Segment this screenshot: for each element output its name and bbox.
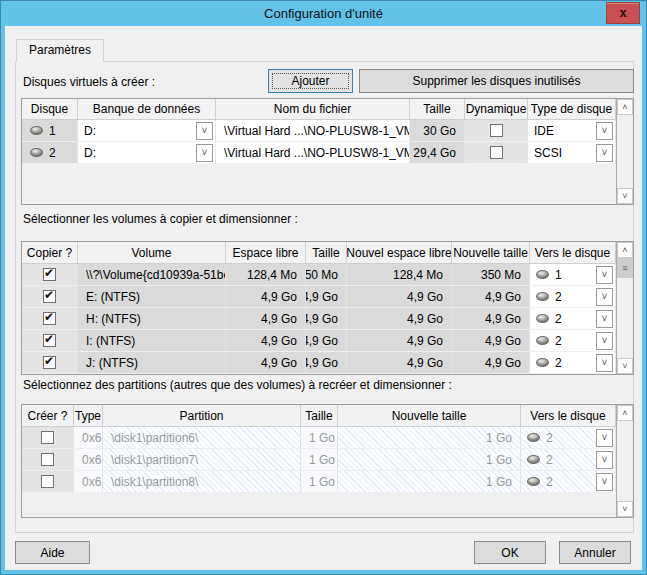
title-bar: Configuration d'unité x bbox=[1, 1, 646, 26]
datastore-combobox[interactable]: D: ˅ bbox=[78, 120, 216, 142]
scroll-up-icon[interactable]: ˄ bbox=[617, 405, 633, 421]
scroll-down-icon[interactable]: ˅ bbox=[617, 358, 633, 374]
disk-icon bbox=[536, 336, 549, 345]
size-cell: 350 Mo bbox=[306, 264, 347, 286]
table-empty-area bbox=[22, 493, 616, 517]
filename-cell[interactable]: \Virtual Hard ...\NO-PLUSW8-1_VM_1.vhdx bbox=[216, 120, 410, 142]
copy-checkbox[interactable] bbox=[43, 312, 56, 325]
volumes-table: Copier ? Volume Espace libre Taille Nouv… bbox=[21, 241, 634, 375]
disk-icon bbox=[30, 148, 43, 157]
chevron-down-icon[interactable]: ˅ bbox=[596, 451, 613, 469]
new-size-cell: 4,9 Go bbox=[452, 352, 530, 374]
target-disk-combobox[interactable]: 2 ˅ bbox=[530, 352, 616, 374]
scroll-track[interactable] bbox=[617, 421, 633, 501]
disk-number: 1 bbox=[49, 124, 56, 138]
datastore-combobox[interactable]: D: ˅ bbox=[78, 142, 216, 164]
target-disk-combobox[interactable]: 2 ˅ bbox=[530, 330, 616, 352]
scroll-track[interactable] bbox=[617, 278, 633, 358]
disk-icon bbox=[527, 477, 540, 486]
chevron-down-icon[interactable]: ˅ bbox=[596, 122, 613, 140]
size-cell: 1 Go bbox=[301, 449, 338, 471]
copy-checkbox[interactable] bbox=[43, 334, 56, 347]
tab-parametres[interactable]: Paramètres bbox=[16, 39, 104, 62]
ok-button-label: OK bbox=[501, 546, 518, 560]
free-space-cell: 128,4 Mo bbox=[226, 264, 306, 286]
disk-icon bbox=[527, 455, 540, 464]
cancel-button[interactable]: Annuler bbox=[559, 541, 631, 564]
scroll-thumb[interactable]: ≡ bbox=[617, 258, 633, 278]
volume-cell: H: (NTFS) bbox=[78, 308, 226, 330]
chevron-down-icon[interactable]: ˅ bbox=[596, 354, 613, 372]
scrollbar[interactable]: ˄ ˅ bbox=[616, 405, 633, 517]
disk-icon bbox=[536, 314, 549, 323]
target-disk-combobox[interactable]: 2 ˅ bbox=[530, 286, 616, 308]
dynamic-checkbox[interactable] bbox=[490, 124, 503, 137]
disk-type-value: IDE bbox=[534, 124, 554, 138]
target-disk-combobox[interactable]: 2 ˅ bbox=[521, 427, 616, 449]
disk-icon bbox=[30, 126, 43, 135]
create-checkbox[interactable] bbox=[41, 431, 54, 444]
copy-cell bbox=[22, 308, 78, 330]
target-disk-combobox[interactable]: 2 ˅ bbox=[521, 471, 616, 493]
scrollbar[interactable]: ˄ ≡ ˅ bbox=[616, 242, 633, 374]
disk-type-combobox[interactable]: IDE ˅ bbox=[528, 120, 616, 142]
target-disk-combobox[interactable]: 2 ˅ bbox=[530, 308, 616, 330]
scroll-up-icon[interactable]: ˄ bbox=[617, 242, 633, 258]
chevron-down-icon[interactable]: ˅ bbox=[596, 310, 613, 328]
scroll-down-icon[interactable]: ˅ bbox=[617, 188, 633, 204]
virtual-disks-table: Disque Banque de données Nom du fichier … bbox=[21, 98, 634, 205]
copy-cell bbox=[22, 264, 78, 286]
target-disk-combobox[interactable]: 1 ˅ bbox=[530, 264, 616, 286]
cancel-button-label: Annuler bbox=[574, 546, 615, 560]
type-cell: 0x6 bbox=[74, 449, 103, 471]
table-row: 0x6 \disk1\partition6\ 1 Go 1 Go 2 ˅ bbox=[22, 427, 616, 449]
copy-checkbox[interactable] bbox=[43, 356, 56, 369]
help-button[interactable]: Aide bbox=[15, 541, 90, 564]
disk-icon bbox=[536, 270, 549, 279]
close-button[interactable]: x bbox=[606, 2, 640, 24]
ok-button[interactable]: OK bbox=[474, 541, 546, 564]
disk-type-combobox[interactable]: SCSI ˅ bbox=[528, 142, 616, 164]
table-row: \\?\Volume{cd10939a-51be 128,4 Mo 350 Mo… bbox=[22, 264, 616, 286]
new-free-space-cell: 128,4 Mo bbox=[347, 264, 452, 286]
scroll-track[interactable] bbox=[617, 115, 633, 188]
target-disk-value: 2 bbox=[546, 431, 553, 445]
target-disk-combobox[interactable]: 2 ˅ bbox=[521, 449, 616, 471]
col-partition: Partition bbox=[103, 405, 301, 427]
disk-type-value: SCSI bbox=[534, 146, 562, 160]
chevron-down-icon[interactable]: ˅ bbox=[596, 332, 613, 350]
new-size-cell: 1 Go bbox=[338, 427, 521, 449]
target-disk-value: 2 bbox=[555, 334, 562, 348]
size-cell: 4,9 Go bbox=[306, 352, 347, 374]
new-size-cell: 4,9 Go bbox=[452, 286, 530, 308]
scrollbar[interactable]: ˄ ˅ bbox=[616, 99, 633, 204]
free-space-cell: 4,9 Go bbox=[226, 330, 306, 352]
col-espace-libre: Espace libre bbox=[226, 242, 306, 264]
create-checkbox[interactable] bbox=[41, 453, 54, 466]
scroll-up-icon[interactable]: ˄ bbox=[617, 99, 633, 115]
col-taille: Taille bbox=[301, 405, 338, 427]
chevron-down-icon[interactable]: ˅ bbox=[596, 473, 613, 491]
table-row: J: (NTFS) 4,9 Go 4,9 Go 4,9 Go 4,9 Go 2 … bbox=[22, 352, 616, 374]
copy-checkbox[interactable] bbox=[43, 290, 56, 303]
chevron-down-icon[interactable]: ˅ bbox=[596, 288, 613, 306]
chevron-down-icon[interactable]: ˅ bbox=[596, 429, 613, 447]
scroll-down-icon[interactable]: ˅ bbox=[617, 501, 633, 517]
dynamic-cell bbox=[465, 120, 528, 142]
virtual-disks-label: Disques virtuels à créer : bbox=[23, 75, 155, 89]
filename-cell[interactable]: \Virtual Hard ...\NO-PLUSW8-1_VM_2.vhdx bbox=[216, 142, 410, 164]
col-banque: Banque de données bbox=[78, 99, 216, 120]
chevron-down-icon[interactable]: ˅ bbox=[196, 144, 213, 162]
chevron-down-icon[interactable]: ˅ bbox=[196, 122, 213, 140]
volume-cell: I: (NTFS) bbox=[78, 330, 226, 352]
add-button[interactable]: Ajouter bbox=[268, 69, 353, 93]
volume-cell: J: (NTFS) bbox=[78, 352, 226, 374]
remove-unused-disks-button[interactable]: Supprimer les disques inutilisés bbox=[359, 69, 634, 93]
create-checkbox[interactable] bbox=[41, 475, 54, 488]
chevron-down-icon[interactable]: ˅ bbox=[596, 144, 613, 162]
partitions-header: Créer ? Type Partition Taille Nouvelle t… bbox=[22, 405, 616, 427]
copy-checkbox[interactable] bbox=[43, 268, 56, 281]
dynamic-checkbox[interactable] bbox=[490, 146, 503, 159]
help-button-label: Aide bbox=[40, 546, 64, 560]
chevron-down-icon[interactable]: ˅ bbox=[596, 266, 613, 284]
